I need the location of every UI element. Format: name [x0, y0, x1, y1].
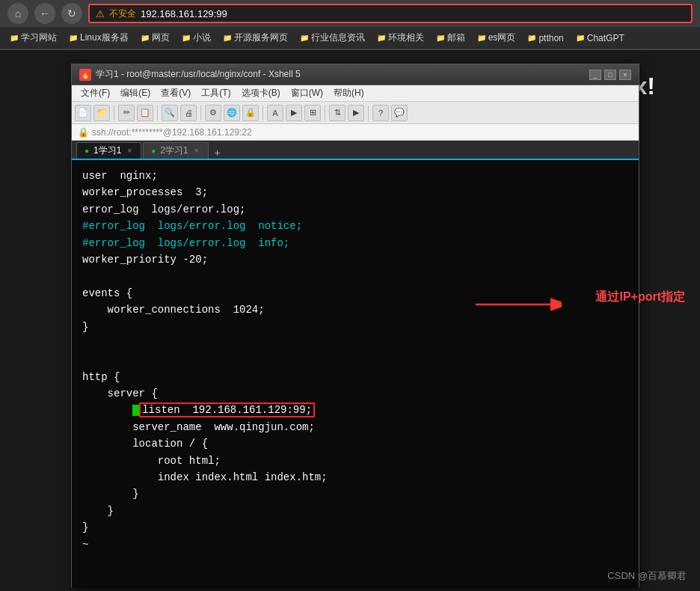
bookmarks-bar: 📁学习网站📁Linux服务器📁网页📁小说📁开源服务网页📁行业信息资讯📁环境相关📁… [0, 27, 700, 49]
bookmark-label: 开源服务网页 [234, 31, 288, 44]
line-22: } [82, 519, 628, 536]
tb-script[interactable]: ▶ [348, 105, 364, 121]
line-19: index index.html index.htm; [82, 469, 628, 486]
insecure-label: 不安全 [109, 7, 136, 20]
line-2: worker_processes 3; [82, 184, 628, 200]
bookmark-icon: 📁 [436, 34, 445, 42]
browser-chrome: ⌂ ← ↻ ⚠ 不安全 192.168.161.129:99 📁学习网站📁Lin… [0, 0, 700, 50]
xshell-menubar: 文件(F) 编辑(E) 查看(V) 工具(T) 选项卡(B) 窗口(W) 帮助(… [72, 85, 639, 102]
tb-chat[interactable]: 💬 [391, 105, 408, 121]
bookmark-icon: 📁 [576, 34, 585, 42]
csdn-text: CSDN @百慕卿君 [607, 570, 687, 581]
bookmark-icon: 📁 [182, 34, 191, 42]
bookmark-item[interactable]: 📁邮箱 [431, 30, 470, 46]
bookmark-label: ChatGPT [587, 33, 624, 43]
tb-copy[interactable]: 📋 [137, 105, 153, 121]
line-12 [82, 352, 628, 368]
add-tab-button[interactable]: + [210, 147, 225, 159]
bookmark-icon: 📁 [377, 34, 386, 42]
menu-window[interactable]: 窗口(W) [286, 85, 328, 101]
tab-1[interactable]: ● 1学习1 × [76, 142, 141, 159]
tb-help[interactable]: ? [372, 105, 389, 121]
bookmark-label: 小说 [193, 31, 211, 44]
listen-highlight: listen 192.168.161.129:99; [139, 402, 315, 417]
tb-font[interactable]: A [267, 105, 283, 121]
line-18: root html; [82, 453, 628, 469]
tb-open[interactable]: 📁 [93, 105, 110, 121]
close-button[interactable]: × [619, 70, 631, 80]
tb-sep4 [262, 105, 263, 120]
bookmark-item[interactable]: 📁学习网站 [4, 30, 62, 46]
tb-transfer[interactable]: ⇅ [329, 105, 346, 121]
tb-connect[interactable]: 🌐 [224, 105, 240, 121]
tb-new[interactable]: 📄 [75, 105, 91, 121]
tab-2-close[interactable]: × [193, 146, 200, 156]
tb-print[interactable]: 🖨 [180, 105, 197, 121]
tab-1-label: 1学习1 [93, 144, 121, 157]
tb-sep5 [325, 105, 325, 120]
tab-1-close[interactable]: × [126, 146, 133, 156]
bookmark-label: 网页 [152, 31, 170, 44]
tb-sep3 [200, 105, 201, 120]
warning-icon: ⚠ [96, 8, 105, 19]
address-bar[interactable]: ⚠ 不安全 192.168.161.129:99 [88, 4, 693, 23]
tb-lock[interactable]: 🔒 [242, 105, 259, 121]
tab-2[interactable]: ● 2学习1 × [143, 142, 208, 159]
bookmark-item[interactable]: 📁ChatGPT [571, 31, 630, 45]
menu-tabs[interactable]: 选项卡(B) [237, 85, 285, 101]
bookmark-item[interactable]: 📁开源服务网页 [218, 30, 293, 46]
maximize-button[interactable]: □ [604, 70, 616, 80]
xshell-sessionbar: 🔒 ssh://root:*********@192.168.161.129:2… [72, 124, 639, 141]
line-16: server_name www.qingjun.com; [82, 419, 628, 435]
bookmark-item[interactable]: 📁环境相关 [372, 30, 429, 46]
tb-find[interactable]: 🔍 [162, 105, 178, 121]
annotation-arrow [472, 282, 562, 327]
xshell-titlebar: 🔥 学习1 - root@master:/usr/local/nginx/con… [72, 64, 639, 85]
xshell-tabs: ● 1学习1 × ● 2学习1 × + [72, 141, 639, 160]
bookmark-label: es网页 [488, 31, 516, 44]
tb-zoom[interactable]: ⊞ [304, 105, 321, 121]
bookmark-icon: 📁 [141, 34, 150, 42]
line-15: listen 192.168.161.129:99; [82, 402, 628, 418]
line-14: server { [82, 385, 628, 402]
tab-2-label: 2学习1 [160, 144, 188, 157]
bookmark-label: 行业信息资讯 [311, 31, 365, 44]
terminal-cursor [132, 405, 139, 416]
line-17: location / { [82, 435, 628, 452]
tb-edit[interactable]: ✏ [118, 105, 135, 121]
bookmark-item[interactable]: 📁小说 [176, 30, 216, 46]
terminal-content[interactable]: user nginx; worker_processes 3; error_lo… [72, 160, 639, 588]
tb-more[interactable]: ▶ [286, 105, 302, 121]
minimize-button[interactable]: _ [589, 70, 601, 80]
menu-tools[interactable]: 工具(T) [197, 85, 235, 101]
csdn-watermark: CSDN @百慕卿君 [607, 569, 687, 583]
bookmark-item[interactable]: 📁ptthon [522, 31, 568, 45]
bookmark-item[interactable]: 📁网页 [135, 30, 175, 46]
bookmark-item[interactable]: 📁es网页 [472, 30, 521, 46]
bookmark-icon: 📁 [223, 34, 232, 42]
menu-edit[interactable]: 编辑(E) [116, 85, 155, 101]
menu-help[interactable]: 帮助(H) [329, 85, 369, 101]
session-text: ssh://root:*********@192.168.161.129:22 [92, 127, 252, 138]
tab-2-dot: ● [151, 147, 156, 155]
bookmark-item[interactable]: 📁行业信息资讯 [295, 30, 370, 46]
menu-view[interactable]: 查看(V) [156, 85, 195, 101]
tb-settings[interactable]: ⚙ [205, 105, 221, 121]
tb-sep1 [114, 105, 114, 120]
line-6: worker_priority -20; [82, 251, 628, 268]
bookmark-item[interactable]: 📁Linux服务器 [64, 30, 134, 46]
line-21: } [82, 503, 628, 519]
browser-titlebar: ⌂ ← ↻ ⚠ 不安全 192.168.161.129:99 [0, 0, 700, 27]
bookmark-label: 学习网站 [21, 31, 57, 44]
main-content: Welcome to nginx! 🔥 学习1 - root@master:/u… [0, 50, 700, 591]
line-1: user nginx; [82, 168, 628, 184]
back-button[interactable]: ⌂ [7, 3, 28, 24]
forward-button[interactable]: ← [34, 3, 55, 24]
line-5: #error_log logs/error.log info; [82, 235, 628, 251]
refresh-button[interactable]: ↻ [61, 3, 82, 24]
bookmark-label: 环境相关 [388, 31, 424, 44]
xshell-title: 学习1 - root@master:/usr/local/nginx/conf … [96, 68, 585, 81]
line-4: #error_log logs/error.log notice; [82, 218, 628, 234]
menu-file[interactable]: 文件(F) [76, 85, 114, 101]
bookmark-label: Linux服务器 [80, 31, 129, 44]
